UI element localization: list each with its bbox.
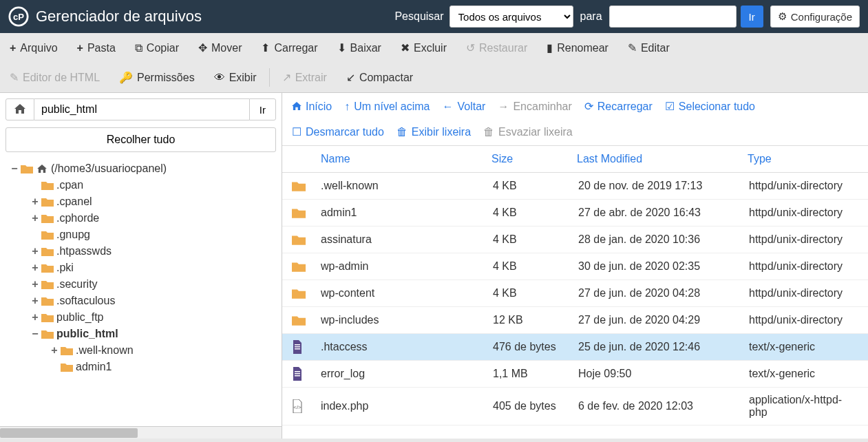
settings-button[interactable]: ⚙ Configuraçõe — [770, 6, 860, 28]
view-button[interactable]: 👁Exibir — [204, 63, 266, 92]
cell-modified: 27 de jun. de 2020 04:28 — [578, 287, 749, 299]
path-input[interactable] — [34, 98, 249, 120]
cell-type: httpd/unix-directory — [749, 260, 858, 273]
path-go-button[interactable]: Ir — [249, 98, 276, 120]
back-link[interactable]: ←Voltar — [443, 100, 486, 113]
column-modified[interactable]: Last Modified — [577, 153, 748, 165]
cell-size: 4 KB — [493, 207, 578, 219]
select-all-link[interactable]: ☑Selecionar tudo — [665, 100, 755, 113]
scrollbar-thumb[interactable] — [0, 428, 138, 438]
tree-toggle-icon[interactable]: + — [30, 295, 40, 307]
edit-button[interactable]: ✎Editar — [618, 33, 679, 63]
page-title: Gerenciador de arquivos — [36, 8, 394, 25]
table-row[interactable]: wp-admin4 KB30 de jun. de 2020 02:35http… — [282, 253, 868, 280]
table-row[interactable]: admin14 KB27 de abr. de 2020 16:43httpd/… — [282, 200, 868, 227]
tree-item[interactable]: .cpan — [0, 177, 282, 193]
table-row[interactable]: error_log1,1 MBHoje 09:50text/x-generic — [282, 361, 868, 388]
tree-toggle-icon[interactable]: + — [30, 245, 40, 257]
tree-toggle-icon[interactable]: + — [30, 278, 40, 291]
cell-modified: 30 de jun. de 2020 02:35 — [578, 260, 749, 273]
tree-item[interactable]: +public_ftp — [0, 309, 282, 326]
folder-icon — [41, 279, 54, 290]
html-editor-button: ✎Editor de HTML — [0, 63, 109, 92]
trash-icon: 🗑 — [483, 126, 494, 138]
permissions-button[interactable]: 🔑Permissões — [109, 63, 204, 92]
rename-button[interactable]: ▮Renomear — [537, 33, 618, 63]
tree-toggle-icon[interactable]: − — [30, 328, 40, 340]
code-icon: </> — [292, 399, 307, 413]
svg-text:</>: </> — [293, 404, 301, 410]
cell-name: assinatura — [321, 233, 493, 246]
cell-modified: 28 de jan. de 2020 10:36 — [578, 233, 749, 246]
folder-open-icon — [21, 163, 33, 174]
cell-size: 476 de bytes — [493, 341, 578, 353]
folder-icon — [41, 328, 54, 339]
search-go-button[interactable]: Ir — [741, 6, 763, 28]
cell-modified: 27 de jun. de 2020 04:29 — [578, 314, 749, 326]
tree-root[interactable]: − (/home3/usuariocpanel) — [0, 160, 282, 177]
reload-icon: ⟳ — [584, 100, 593, 113]
tree-item-label: .gnupg — [56, 229, 90, 241]
new-file-button[interactable]: +Arquivo — [0, 33, 67, 63]
cell-size: 4 KB — [493, 287, 578, 299]
tree-item[interactable]: .gnupg — [0, 227, 282, 243]
file-list: .well-known4 KB20 de nov. de 2019 17:13h… — [282, 173, 868, 425]
cell-modified: Hoje 09:50 — [578, 368, 749, 380]
tree-item[interactable]: +.well-known — [0, 342, 282, 359]
table-row[interactable]: </>index.php405 de bytes6 de fev. de 202… — [282, 388, 868, 425]
column-size[interactable]: Size — [491, 153, 577, 165]
home-button[interactable] — [6, 98, 34, 120]
tree-item[interactable]: +.security — [0, 276, 282, 293]
tree-toggle-icon[interactable]: + — [30, 311, 40, 324]
tree-item[interactable]: admin1 — [0, 359, 282, 375]
tree-item[interactable]: −public_html — [0, 326, 282, 342]
column-name[interactable]: Name — [292, 153, 491, 165]
tree-item-label: .pki — [56, 262, 74, 274]
upload-icon: ⬆ — [261, 41, 270, 54]
download-icon: ⬇ — [337, 41, 346, 54]
tree-toggle-icon[interactable]: + — [30, 262, 40, 274]
tree-item[interactable]: +.cpanel — [0, 193, 282, 210]
tree-item-label: .cphorde — [56, 212, 99, 224]
tree-item[interactable]: +.cphorde — [0, 210, 282, 227]
download-button[interactable]: ⬇Baixar — [328, 33, 391, 63]
home-icon — [36, 163, 48, 174]
table-row[interactable]: wp-content4 KB27 de jun. de 2020 04:28ht… — [282, 280, 868, 307]
home-link[interactable]: Início — [292, 100, 332, 113]
copy-button[interactable]: ⧉Copiar — [125, 33, 189, 63]
up-level-link[interactable]: ↑Um nível acima — [344, 100, 430, 113]
cell-type: httpd/unix-directory — [749, 287, 858, 299]
deselect-all-link[interactable]: ☐Desmarcar tudo — [292, 125, 384, 138]
tree-toggle-icon[interactable]: + — [50, 344, 59, 357]
home-icon — [292, 101, 301, 113]
tree-item[interactable]: +.pki — [0, 260, 282, 276]
table-row[interactable]: .htaccess476 de bytes25 de jun. de 2020 … — [282, 334, 868, 361]
table-row[interactable]: assinatura4 KB28 de jan. de 2020 10:36ht… — [282, 227, 868, 253]
upload-button[interactable]: ⬆Carregar — [251, 33, 327, 63]
tree-toggle-icon[interactable]: + — [30, 196, 40, 208]
move-button[interactable]: ✥Mover — [189, 33, 251, 63]
compress-button[interactable]: ↙Compactar — [337, 63, 423, 92]
rename-icon: ▮ — [547, 41, 553, 54]
view-trash-link[interactable]: 🗑Exibir lixeira — [396, 125, 471, 138]
copy-icon: ⧉ — [135, 42, 142, 54]
cell-name: .well-known — [321, 180, 493, 192]
extract-button: ↗Extrair — [273, 63, 337, 92]
table-row[interactable]: .well-known4 KB20 de nov. de 2019 17:13h… — [282, 173, 868, 200]
new-folder-button[interactable]: +Pasta — [67, 33, 125, 63]
reload-link[interactable]: ⟳Recarregar — [584, 100, 653, 113]
horizontal-scrollbar[interactable] — [0, 426, 282, 439]
tree-item[interactable]: +.htpasswds — [0, 243, 282, 260]
tree-toggle-icon[interactable]: − — [10, 162, 19, 175]
search-input[interactable] — [609, 6, 737, 28]
tree-item-label: admin1 — [76, 361, 112, 373]
separator — [269, 68, 270, 87]
tree-toggle-icon[interactable]: + — [30, 212, 40, 224]
delete-button[interactable]: ✖Excluir — [391, 33, 456, 63]
tree-item[interactable]: +.softaculous — [0, 293, 282, 309]
collapse-all-button[interactable]: Recolher tudo — [6, 127, 276, 152]
tree-item-label: .well-known — [76, 344, 134, 357]
column-type[interactable]: Type — [748, 153, 858, 165]
table-row[interactable]: wp-includes12 KB27 de jun. de 2020 04:29… — [282, 307, 868, 334]
search-scope-select[interactable]: Todos os arquivos — [449, 6, 573, 28]
